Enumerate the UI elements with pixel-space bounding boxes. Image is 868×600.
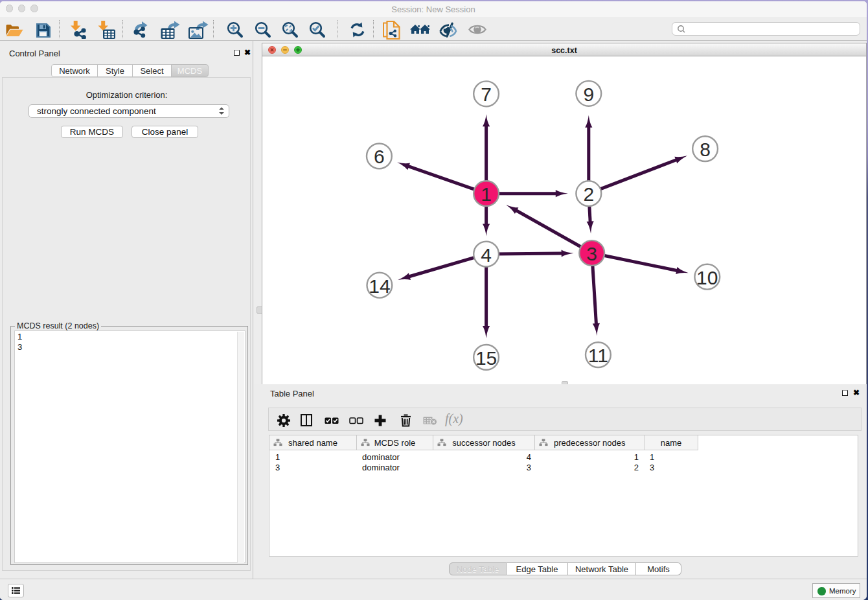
svg-text:9: 9 (583, 84, 594, 105)
svg-text:7: 7 (481, 84, 492, 105)
svg-text:11: 11 (588, 345, 608, 366)
svg-text:2: 2 (583, 183, 594, 205)
svg-text:14: 14 (369, 275, 390, 297)
svg-text:10: 10 (696, 267, 718, 288)
svg-text:4: 4 (481, 244, 492, 266)
svg-text:1: 1 (481, 183, 492, 205)
svg-text:6: 6 (374, 146, 385, 167)
svg-text:3: 3 (586, 243, 597, 264)
svg-text:15: 15 (475, 347, 497, 369)
svg-text:8: 8 (700, 139, 711, 160)
